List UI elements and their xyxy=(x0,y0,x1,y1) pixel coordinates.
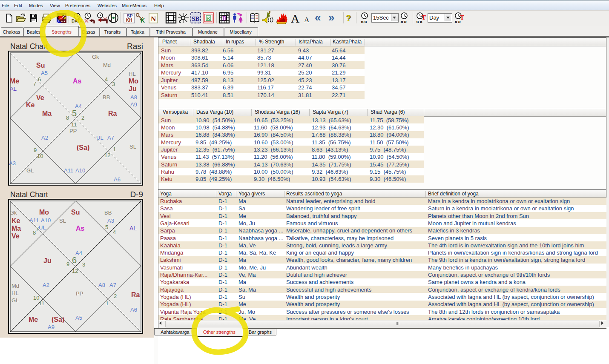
svg-text:»: » xyxy=(400,18,403,25)
svg-text:«: « xyxy=(416,18,419,25)
svg-text:»: » xyxy=(458,18,461,25)
svg-text:«: « xyxy=(419,18,422,25)
svg-text:»: » xyxy=(404,18,407,25)
svg-text:«: « xyxy=(361,18,364,25)
svg-text:»: » xyxy=(454,18,457,25)
svg-text:«: « xyxy=(364,18,367,25)
